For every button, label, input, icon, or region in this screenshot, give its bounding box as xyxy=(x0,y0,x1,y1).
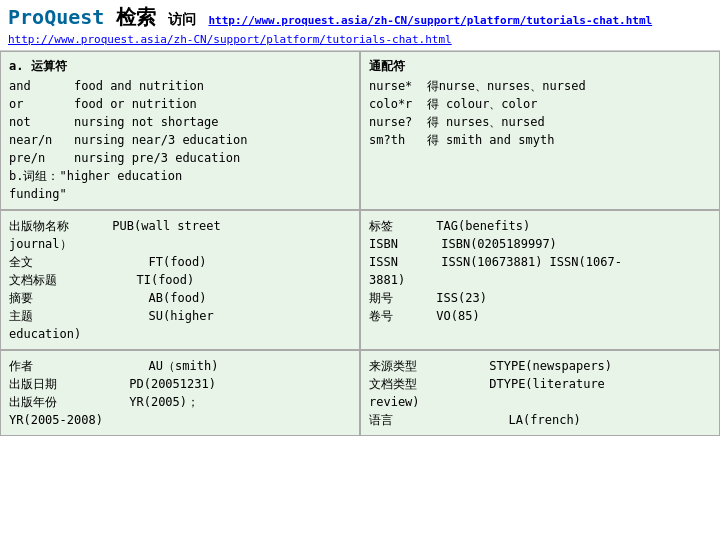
publication-cell: 出版物名称 PUB(wall street journal） 全文 FT(foo… xyxy=(0,210,360,350)
url-display: http://www.proquest.asia/zh-CN/support/p… xyxy=(8,33,452,46)
quest-text: Quest xyxy=(44,5,104,29)
pro-text: Pro xyxy=(8,5,44,29)
visit-text: 访问 xyxy=(168,11,196,27)
publication-content: 出版物名称 PUB(wall street journal） 全文 FT(foo… xyxy=(9,217,351,343)
header-title: ProQuest 检索 访问 http://www.proquest.asia/… xyxy=(8,5,652,29)
wildcards-content: nurse* 得nurse、nurses、nursed colo*r 得 col… xyxy=(369,77,711,149)
operators-label: a. 运算符 xyxy=(9,58,351,75)
wildcards-cell: 通配符 nurse* 得nurse、nurses、nursed colo*r 得… xyxy=(360,51,720,210)
author-content: 作者 AU（smith) 出版日期 PD(20051231) 出版年份 YR(2… xyxy=(9,357,351,429)
source-cell: 来源类型 STYPE(newspapers) 文档类型 DTYPE(litera… xyxy=(360,350,720,436)
search-chinese: 检索 xyxy=(116,5,156,29)
operators-cell: a. 运算符 and food and nutrition or food or… xyxy=(0,51,360,210)
header-url[interactable]: http://www.proquest.asia/zh-CN/support/p… xyxy=(208,14,652,27)
author-cell: 作者 AU（smith) 出版日期 PD(20051231) 出版年份 YR(2… xyxy=(0,350,360,436)
source-content: 来源类型 STYPE(newspapers) 文档类型 DTYPE(litera… xyxy=(369,357,711,429)
header: ProQuest 检索 访问 http://www.proquest.asia/… xyxy=(0,0,720,51)
operators-content: and food and nutrition or food or nutrit… xyxy=(9,77,351,203)
tags-content: 标签 TAG(benefits) ISBN ISBN(0205189997) I… xyxy=(369,217,711,325)
wildcards-label: 通配符 xyxy=(369,58,711,75)
main-grid: a. 运算符 and food and nutrition or food or… xyxy=(0,51,720,436)
tags-cell: 标签 TAG(benefits) ISBN ISBN(0205189997) I… xyxy=(360,210,720,350)
